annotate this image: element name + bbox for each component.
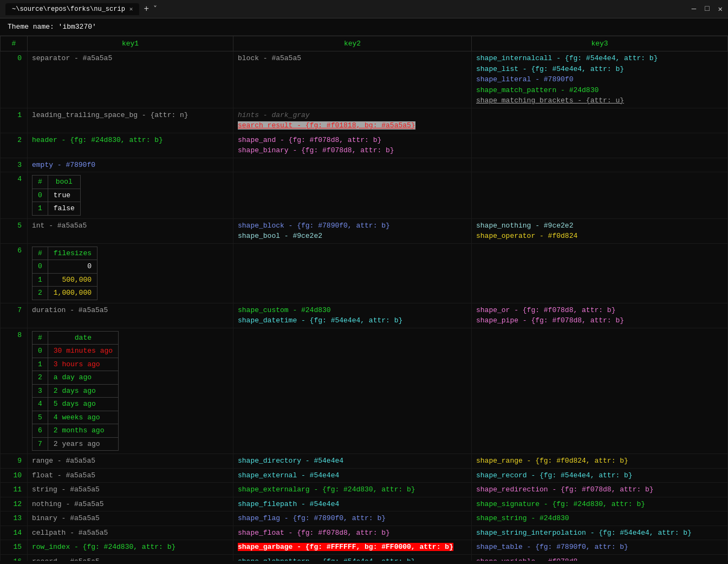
table-row: 9 range - #a5a5a5 shape_directory - #54e… [1, 454, 728, 469]
key3-cell-3 [472, 158, 728, 172]
table-row: 8 # date 0 30 minutes ago [1, 328, 728, 454]
mini-header-num: # [32, 331, 48, 345]
table-row: 16 record - #a5a5a5 shape_globpattern - … [1, 554, 728, 561]
table-row: 12 nothing - #a5a5a5 shape_filepath - #5… [1, 497, 728, 511]
theme-line: Theme name: 'ibm3270' [0, 18, 728, 36]
key1-cell-14: cellpath - #a5a5a5 [28, 526, 233, 540]
key1-cell-1: leading_trailing_space_bg - {attr: n} [28, 108, 233, 133]
header-key2: key2 [233, 36, 472, 51]
key3-cell-5: shape_nothing - #9ce2e2 shape_operator -… [472, 218, 728, 243]
key1-cell-5: int - #a5a5a5 [28, 218, 233, 243]
key1-cell-4: # bool 0 true 1 false [28, 172, 233, 219]
key3-cell-10: shape_record - {fg: #54e4e4, attr: b} [472, 468, 728, 483]
key2-cell-4 [233, 172, 472, 219]
mini-header-bool: bool [48, 176, 80, 189]
row-num: 1 [1, 108, 28, 133]
key3-cell-0: shape_internalcall - {fg: #54e4e4, attr:… [472, 51, 728, 108]
close-button[interactable]: ✕ [718, 4, 723, 14]
title-bar: ~\source\repos\forks\nu_scrip ✕ + ˅ — □ … [0, 0, 728, 18]
tab-close-icon[interactable]: ✕ [129, 5, 133, 12]
table-row: 7 duration - #a5a5a5 shape_custom - #24d… [1, 303, 728, 328]
key2-cell-5: shape_block - {fg: #7890f0, attr: b} sha… [233, 218, 472, 243]
key2-cell-6 [233, 243, 472, 303]
header-num: # [1, 36, 28, 51]
table-row: 13 binary - #a5a5a5 shape_flag - {fg: #7… [1, 511, 728, 526]
row-num: 0 [1, 51, 28, 108]
row-num: 4 [1, 172, 28, 219]
table-row: 14 cellpath - #a5a5a5 shape_float - {fg:… [1, 526, 728, 540]
table-row: 0 separator - #a5a5a5 block - #a5a5a5 sh… [1, 51, 728, 108]
key2-cell-0: block - #a5a5a5 [233, 51, 472, 108]
key3-cell-13: shape_string - #24d830 [472, 511, 728, 526]
key3-cell-7: shape_or - {fg: #f078d8, attr: b} shape_… [472, 303, 728, 328]
restore-button[interactable]: □ [705, 4, 709, 14]
key3-cell-16: shape_variable - #f078d8 [472, 554, 728, 561]
key3-cell-11: shape_redirection - {fg: #f078d8, attr: … [472, 483, 728, 497]
date-mini-table: # date 0 30 minutes ago 1 3 hours [32, 331, 119, 451]
mini-row: 0 0 [32, 260, 98, 274]
table-row: 10 float - #a5a5a5 shape_external - #54e… [1, 468, 728, 483]
header-key1: key1 [28, 36, 233, 51]
key3-cell-6 [472, 243, 728, 303]
table-row: 5 int - #a5a5a5 shape_block - {fg: #7890… [1, 218, 728, 243]
row-num: 11 [1, 483, 28, 497]
new-tab-button[interactable]: + [144, 4, 149, 14]
row-num: 7 [1, 303, 28, 328]
key2-cell-9: shape_directory - #54e4e4 [233, 454, 472, 469]
filesizes-mini-table: # filesizes 0 0 1 500,000 [32, 247, 98, 300]
table-row: 1 leading_trailing_space_bg - {attr: n} … [1, 108, 728, 133]
key3-cell-8 [472, 328, 728, 454]
key2-cell-15: shape_garbage - {fg: #FFFFFF, bg: #FF000… [233, 540, 472, 555]
mini-row: 5 4 weeks ago [32, 411, 119, 424]
mini-row: 1 500,000 [32, 273, 98, 287]
key2-cell-10: shape_external - #54e4e4 [233, 468, 472, 483]
mini-row: 1 3 hours ago [32, 358, 119, 371]
key2-cell-14: shape_float - {fg: #f078d8, attr: b} [233, 526, 472, 540]
mini-header-num: # [32, 247, 48, 260]
table-row: 6 # filesizes 0 0 [1, 243, 728, 303]
key3-cell-1 [472, 108, 728, 133]
mini-row: 7 2 years ago [32, 437, 119, 451]
tab-chevron-icon[interactable]: ˅ [153, 4, 157, 14]
key2-cell-2: shape_and - {fg: #f078d8, attr: b} shape… [233, 133, 472, 158]
active-tab[interactable]: ~\source\repos\forks\nu_scrip ✕ [5, 3, 139, 15]
key2-cell-11: shape_externalarg - {fg: #24d830, attr: … [233, 483, 472, 497]
key3-cell-12: shape_signature - {fg: #24d830, attr: b} [472, 497, 728, 511]
key1-cell-8: # date 0 30 minutes ago 1 3 hours [28, 328, 233, 454]
key3-cell-14: shape_string_interpolation - {fg: #54e4e… [472, 526, 728, 540]
mini-header-filesizes: filesizes [48, 247, 97, 260]
key3-cell-15: shape_table - {fg: #7890f0, attr: b} [472, 540, 728, 555]
key1-cell-2: header - {fg: #24d830, attr: b} [28, 133, 233, 158]
tab-label: ~\source\repos\forks\nu_scrip [12, 5, 125, 13]
key1-cell-15: row_index - {fg: #24d830, attr: b} [28, 540, 233, 555]
table-row: 11 string - #a5a5a5 shape_externalarg - … [1, 483, 728, 497]
minimize-button[interactable]: — [692, 4, 696, 14]
mini-row: 4 5 days ago [32, 398, 119, 411]
window-controls: — □ ✕ [692, 4, 723, 14]
key1-cell-7: duration - #a5a5a5 [28, 303, 233, 328]
row-num: 14 [1, 526, 28, 540]
key1-cell-3: empty - #7890f0 [28, 158, 233, 172]
row-num: 8 [1, 328, 28, 454]
key3-cell-9: shape_range - {fg: #f0d824, attr: b} [472, 454, 728, 469]
row-num: 15 [1, 540, 28, 555]
key1-cell-12: nothing - #a5a5a5 [28, 497, 233, 511]
key1-cell-13: binary - #a5a5a5 [28, 511, 233, 526]
key1-cell-16: record - #a5a5a5 [28, 554, 233, 561]
key1-cell-9: range - #a5a5a5 [28, 454, 233, 469]
key2-cell-7: shape_custom - #24d830 shape_datetime - … [233, 303, 472, 328]
key1-cell-6: # filesizes 0 0 1 500,000 [28, 243, 233, 303]
mini-row: 1 false [32, 202, 81, 216]
key1-cell-0: separator - #a5a5a5 [28, 51, 233, 108]
key2-cell-8 [233, 328, 472, 454]
table-row: 3 empty - #7890f0 [1, 158, 728, 172]
row-num: 2 [1, 133, 28, 158]
row-num: 6 [1, 243, 28, 303]
table-row: 4 # bool 0 true [1, 172, 728, 219]
mini-row: 2 a day ago [32, 371, 119, 385]
tab-group: ~\source\repos\forks\nu_scrip ✕ + ˅ [5, 3, 157, 15]
row-num: 3 [1, 158, 28, 172]
bool-mini-table: # bool 0 true 1 false [32, 175, 81, 216]
main-table: # key1 key2 key3 0 separator - #a5a5a5 b… [0, 36, 728, 561]
row-num: 5 [1, 218, 28, 243]
